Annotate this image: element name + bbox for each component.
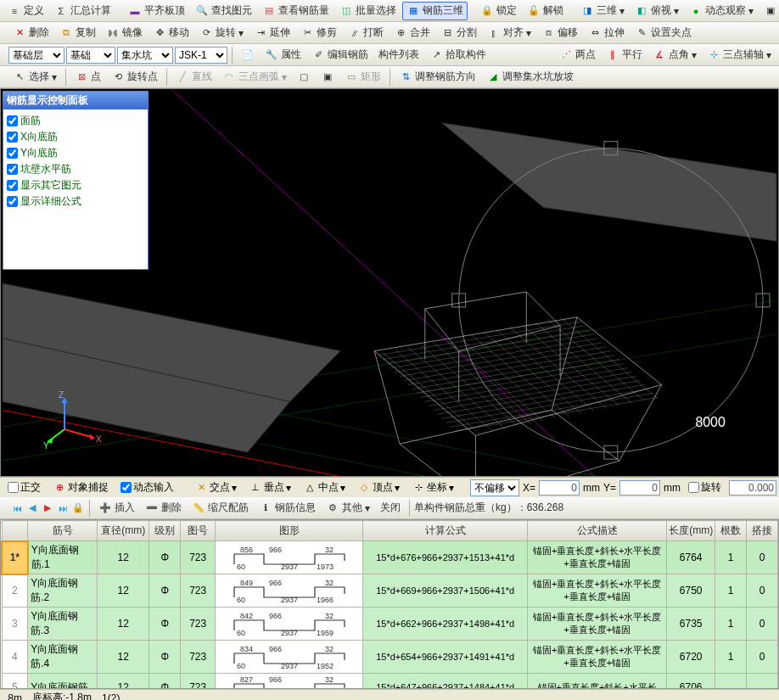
svg-text:849: 849	[240, 579, 253, 587]
delete-row-btn[interactable]: ➖删除	[141, 499, 186, 518]
table-row[interactable]: 3Y向底面钢筋.312Φ72384296632602937195915*d+66…	[2, 608, 778, 641]
chk-4[interactable]	[7, 180, 18, 191]
flat-top-btn[interactable]: ▬平齐板顶	[124, 2, 189, 20]
table-row[interactable]: 5Y向底面钢筋12Φ7238279663215*d+647+966+2937+1…	[2, 674, 778, 690]
chk-2[interactable]	[7, 148, 18, 159]
icononly2[interactable]: ▣	[317, 68, 339, 87]
panel-item[interactable]: 显示其它图元	[7, 177, 144, 193]
other-btn[interactable]: ⚙其他▾	[322, 499, 374, 518]
merge-btn[interactable]: ⊕合并	[390, 24, 434, 42]
unlock-btn[interactable]: 🔓解锁	[523, 2, 568, 20]
local-3d-btn[interactable]: ▣局部三维	[759, 2, 779, 20]
find-elem-btn[interactable]: 🔍查找图元	[191, 2, 256, 20]
new-icononly[interactable]: 📄	[237, 46, 259, 64]
svg-marker-20	[425, 292, 560, 351]
top-snap[interactable]: ◇顶点▾	[353, 479, 404, 496]
insert-row-btn[interactable]: ➕插入	[94, 499, 139, 518]
ortho-toggle[interactable]: 正交	[3, 479, 45, 496]
lock2-btn[interactable]: 🔒	[71, 501, 85, 515]
line-btn[interactable]: ╱直线	[171, 68, 216, 87]
panel-item[interactable]: 显示详细公式	[7, 193, 144, 210]
panel-title: 钢筋显示控制面板	[3, 92, 148, 109]
first-btn[interactable]: ⏮	[10, 501, 24, 515]
next-btn[interactable]: ▶	[41, 501, 54, 515]
adjust-slope-btn[interactable]: ◢调整集水坑放坡	[482, 68, 578, 87]
dyn-view-btn[interactable]: ●动态观察▾	[685, 2, 758, 20]
adjust-dir-btn[interactable]: ⇅调整钢筋方向	[395, 68, 480, 87]
axis-gizmo: X Y Z	[43, 391, 103, 451]
chk-3[interactable]	[7, 164, 18, 175]
lock-btn[interactable]: 🔒锁定	[476, 2, 521, 20]
move-btn[interactable]: ✥移动	[149, 24, 193, 42]
cross-snap[interactable]: ✕交点▾	[190, 479, 241, 496]
last-btn[interactable]: ⏭	[56, 501, 70, 515]
rebar-display-panel[interactable]: 钢筋显示控制面板 面筋 X向底筋 Y向底筋 坑壁水平筋 显示其它图元 显示详细公…	[3, 91, 149, 270]
table-row[interactable]: 4Y向底面钢筋.412Φ72383496632602937195215*d+65…	[2, 641, 778, 674]
batch-sel-btn[interactable]: ◫批量选择	[335, 2, 401, 20]
icononly1[interactable]: ▢	[293, 68, 315, 87]
prev-btn[interactable]: ◀	[25, 501, 39, 515]
split-btn[interactable]: ⊟分割	[436, 24, 481, 42]
x-input[interactable]	[539, 480, 580, 496]
3d-btn[interactable]: ◨三维▾	[576, 2, 629, 20]
three-axis-btn[interactable]: ⊹三点辅轴▾	[703, 46, 776, 64]
break-btn[interactable]: ⫽打断	[343, 24, 388, 42]
two-pt-btn[interactable]: ⋰两点	[555, 46, 600, 64]
rotate-btn[interactable]: ⟳旋转▾	[195, 24, 248, 42]
pt-angle-btn[interactable]: ∡点角▾	[648, 46, 701, 64]
mid-snap[interactable]: △中点▾	[299, 479, 350, 496]
rebar-table-wrap[interactable]: 筋号 直径(mm) 级别 图号 图形 计算公式 公式描述 长度(mm) 根数 搭…	[0, 519, 779, 689]
y-input[interactable]	[619, 480, 660, 496]
table-row[interactable]: 2Y向底面钢筋.212Φ72384996632602937196615*d+66…	[2, 574, 778, 608]
dyn-toggle[interactable]: 动态输入	[116, 479, 178, 496]
coord-snap[interactable]: ⊹坐标▾	[407, 479, 458, 496]
arc-icon: ◠	[222, 70, 236, 84]
panel-item[interactable]: 面筋	[7, 113, 144, 129]
rect-btn[interactable]: ▭矩形	[340, 68, 385, 87]
grip-btn[interactable]: ✎设置夹点	[630, 24, 696, 42]
layer3-select[interactable]: 集水坑	[117, 47, 173, 64]
attr-btn[interactable]: 🔧属性	[261, 46, 305, 64]
scale-btn[interactable]: 📏缩尺配筋	[188, 499, 253, 518]
trim-btn[interactable]: ✂修剪	[296, 24, 341, 42]
view-rebar-btn[interactable]: ▤查看钢筋量	[258, 2, 333, 20]
select-btn[interactable]: ↖选择▾	[8, 68, 61, 87]
layer2-select[interactable]: 基础	[66, 47, 115, 64]
table-row[interactable]: 1*Y向底面钢筋.112Φ72385696632602937197315*d+6…	[2, 541, 778, 574]
viewport-3d[interactable]: 8000 A 4 X Y Z 钢筋显示控制面板 面筋 X向底筋 Y向底筋 坑壁水…	[0, 88, 779, 477]
arc-btn[interactable]: ◠三点画弧▾	[218, 68, 291, 87]
define-btn[interactable]: ≡定义	[3, 2, 48, 20]
mirror-btn[interactable]: ◗◖镜像	[102, 24, 147, 42]
delete-btn[interactable]: ✕删除	[8, 24, 53, 42]
info-btn[interactable]: ℹ钢筋信息	[255, 499, 320, 518]
copy-btn[interactable]: ⧉复制	[55, 24, 100, 42]
edit-rebar-btn[interactable]: ✐编辑钢筋	[307, 46, 373, 64]
perp-snap[interactable]: ⊥垂点▾	[244, 479, 295, 496]
panel-item[interactable]: X向底筋	[7, 129, 144, 145]
layer4-select[interactable]: JSK-1	[175, 47, 227, 64]
offset-btn[interactable]: ⧈偏移	[537, 24, 582, 42]
svg-text:Y: Y	[43, 441, 49, 451]
panel-item[interactable]: 坑壁水平筋	[7, 161, 144, 177]
close-btn[interactable]: 关闭	[376, 499, 405, 518]
rot-point-btn[interactable]: ⟲旋转点	[107, 68, 162, 87]
layer1-select[interactable]: 基础层	[8, 47, 64, 64]
pick-comp-btn[interactable]: ↗拾取构件	[425, 46, 490, 64]
panel-item[interactable]: Y向底筋	[7, 145, 144, 161]
parallel-btn[interactable]: ∥平行	[602, 46, 647, 64]
chk-5[interactable]	[7, 196, 18, 207]
point-btn[interactable]: ⊠点	[70, 68, 105, 87]
chk-0[interactable]	[7, 115, 18, 126]
align-btn[interactable]: ⫿对齐▾	[483, 24, 535, 42]
comp-list-btn[interactable]: 构件列表	[374, 46, 423, 64]
stretch-btn[interactable]: ⇔拉伸	[584, 24, 629, 42]
rebar-3d-btn[interactable]: ▦钢筋三维	[402, 2, 468, 20]
rot-input[interactable]	[729, 480, 776, 496]
rot-toggle[interactable]: 旋转	[684, 479, 726, 496]
snap-toggle[interactable]: ⊕对象捕捉	[48, 479, 113, 496]
extend-btn[interactable]: ⇥延伸	[249, 24, 294, 42]
sum-calc-btn[interactable]: Σ汇总计算	[50, 2, 115, 20]
chk-1[interactable]	[7, 132, 18, 143]
offset-select[interactable]: 不偏移	[470, 479, 519, 496]
top-view-btn[interactable]: ◧俯视▾	[630, 2, 683, 20]
